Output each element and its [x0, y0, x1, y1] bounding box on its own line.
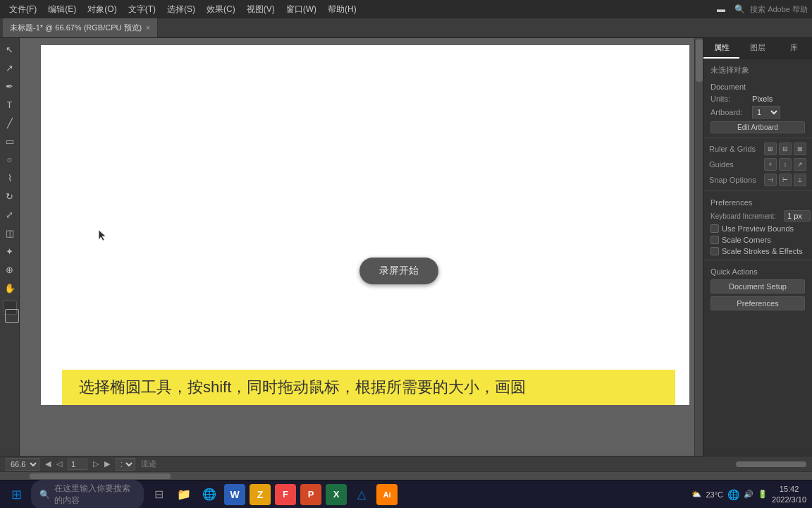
use-preview-bounds-checkbox[interactable]: [710, 224, 719, 233]
ruler-icon[interactable]: ⊞: [764, 143, 777, 155]
use-preview-bounds-label: Use Preview Bounds: [722, 224, 794, 233]
zoom-select[interactable]: 66.67%: [6, 458, 39, 471]
units-label: Units:: [710, 95, 749, 103]
snap-right-icon[interactable]: ⊢: [779, 174, 792, 186]
nav-prev-btn[interactable]: ◀: [45, 459, 51, 468]
taskbar-search-bar[interactable]: 🔍 在这里输入你要搜索的内容: [31, 480, 144, 509]
tab-properties[interactable]: 属性: [703, 38, 739, 59]
brush-tool[interactable]: ⌇: [1, 169, 18, 186]
taskbar-foxit[interactable]: F: [275, 484, 296, 505]
guide-add-icon[interactable]: +: [764, 158, 777, 171]
document-tab[interactable]: 未标题-1* @ 66.67% (RGB/CPU 预览) ×: [3, 18, 158, 37]
rect-tool[interactable]: ▭: [1, 133, 18, 150]
nav-next-artboard[interactable]: ▷: [93, 459, 99, 468]
arrange-windows-icon[interactable]: ▬: [713, 1, 729, 17]
canvas-area: 录屏开始 选择椭圆工具，按shift，同时拖动鼠标，根据所需要的大小，画圆: [20, 38, 703, 456]
menu-window[interactable]: 窗口(W): [281, 1, 321, 18]
taskbar-task-view[interactable]: ⊟: [148, 484, 169, 505]
keyboard-increment-row: Keyboard Increment:: [703, 209, 812, 223]
right-panel: 属性 图层 库 未选择对象 Document Units: Pixels Art…: [703, 38, 812, 456]
menu-help[interactable]: 帮助(H): [323, 1, 362, 18]
panel-tabs: 属性 图层 库: [703, 38, 812, 59]
ruler-grids-row: Ruler & Grids ⊞ ⊟ ⊠: [703, 141, 812, 157]
scale-tool[interactable]: ⤢: [1, 206, 18, 223]
menu-effects[interactable]: 效果(C): [202, 1, 240, 18]
nav-next-btn[interactable]: ▶: [104, 459, 110, 468]
taskbar-onedrive[interactable]: △: [351, 484, 372, 505]
artboard-number-input[interactable]: [68, 459, 87, 470]
tab-close-button[interactable]: ×: [146, 24, 150, 32]
taskbar-edge[interactable]: 🌐: [199, 484, 220, 505]
cursor: [97, 229, 107, 243]
scale-strokes-effects-label: Scale Strokes & Effects: [722, 247, 803, 255]
vertical-scrollbar[interactable]: [694, 38, 703, 456]
temperature: 23°C: [706, 490, 723, 499]
tab-layers[interactable]: 图层: [739, 38, 775, 59]
record-button[interactable]: 录屏开始: [359, 258, 438, 284]
taskbar-excel[interactable]: X: [326, 484, 347, 505]
menu-file[interactable]: 文件(F): [4, 1, 42, 18]
taskbar-start-button[interactable]: ⊞: [6, 484, 27, 505]
grid-snap-icon[interactable]: ⊠: [794, 143, 806, 155]
horizontal-scrollbar-thumb[interactable]: [30, 473, 171, 479]
scale-strokes-effects-checkbox[interactable]: [710, 247, 719, 255]
line-tool[interactable]: ╱: [1, 114, 18, 131]
taskbar-powerpoint[interactable]: P: [300, 484, 321, 505]
menu-bar: 文件(F) 编辑(E) 对象(O) 文字(T) 选择(S) 效果(C) 视图(V…: [0, 0, 812, 18]
pen-tool[interactable]: ✒: [1, 78, 18, 95]
document-section-header: Document: [703, 78, 812, 93]
zoom-tool[interactable]: ⊕: [1, 261, 18, 278]
horizontal-scrollbar[interactable]: [0, 471, 812, 480]
rotate-tool[interactable]: ↻: [1, 188, 18, 205]
scale-corners-checkbox[interactable]: [710, 236, 719, 244]
quick-actions-header: Quick Actions: [703, 263, 812, 278]
gradient-tool[interactable]: ◫: [1, 224, 18, 241]
use-preview-bounds-row: Use Preview Bounds: [703, 223, 812, 234]
keyboard-increment-label: Keyboard Increment:: [710, 212, 781, 220]
sound-icon: 🔊: [744, 490, 753, 499]
document-setup-button[interactable]: Document Setup: [710, 279, 805, 294]
snap-bottom-icon[interactable]: ⊥: [794, 174, 806, 186]
left-toolbar: ↖ ↗ ✒ T ╱ ▭ ○ ⌇ ↻ ⤢ ◫ ✦ ⊕ ✋: [0, 38, 20, 456]
menu-text[interactable]: 文字(T): [123, 1, 161, 18]
artboard-select[interactable]: 1: [752, 106, 780, 119]
menu-edit[interactable]: 编辑(E): [43, 1, 81, 18]
guide-h-icon[interactable]: ↗: [794, 158, 806, 171]
artboard-label: Artboard:: [710, 108, 749, 116]
taskbar-zy[interactable]: Z: [250, 484, 271, 505]
snap-left-icon[interactable]: ⊣: [764, 174, 777, 186]
scale-corners-label: Scale Corners: [722, 236, 771, 244]
ellipse-tool[interactable]: ○: [1, 151, 18, 168]
guide-v-icon[interactable]: ↕: [779, 158, 792, 171]
snap-options-row: Snap Options ⊣ ⊢ ⊥: [703, 172, 812, 188]
menu-view[interactable]: 视图(V): [242, 1, 280, 18]
progress-bar: [736, 461, 806, 467]
hand-tool[interactable]: ✋: [1, 279, 18, 296]
tab-libraries[interactable]: 库: [776, 38, 812, 59]
taskbar-word[interactable]: W: [224, 484, 245, 505]
grid-icon[interactable]: ⊟: [779, 143, 792, 155]
direct-select-tool[interactable]: ↗: [1, 59, 18, 76]
menu-object[interactable]: 对象(O): [82, 1, 121, 18]
svg-marker-0: [99, 230, 106, 241]
stroke-color[interactable]: [5, 309, 19, 323]
keyboard-increment-input[interactable]: [784, 210, 811, 222]
ruler-grids-label: Ruler & Grids: [709, 145, 762, 153]
eyedropper-tool[interactable]: ✦: [1, 243, 18, 260]
menu-select[interactable]: 选择(S): [162, 1, 200, 18]
text-tool[interactable]: T: [1, 96, 18, 113]
search-icon[interactable]: 🔍: [732, 1, 747, 17]
preferences-button[interactable]: Preferences: [710, 296, 805, 310]
taskbar-search-placeholder: 在这里输入你要搜索的内容: [54, 483, 135, 507]
artboard-nav-select[interactable]: 1: [116, 458, 135, 471]
taskbar-illustrator[interactable]: Ai: [376, 484, 398, 505]
taskbar-explorer[interactable]: 📁: [173, 484, 195, 505]
tab-title: 未标题-1* @ 66.67% (RGB/CPU 预览): [10, 23, 142, 33]
vertical-scrollbar-thumb[interactable]: [696, 40, 703, 82]
nav-prev-artboard[interactable]: ◁: [56, 459, 62, 468]
select-tool[interactable]: ↖: [1, 41, 18, 58]
preferences-section-header: Preferences: [703, 194, 812, 209]
search-label: 搜索 Adobe 帮助: [750, 4, 808, 15]
taskbar: ⊞ 🔍 在这里输入你要搜索的内容 ⊟ 📁 🌐 W Z F P X △ Ai ⛅ …: [0, 480, 812, 508]
edit-artboard-button[interactable]: Edit Artboard: [710, 121, 805, 133]
